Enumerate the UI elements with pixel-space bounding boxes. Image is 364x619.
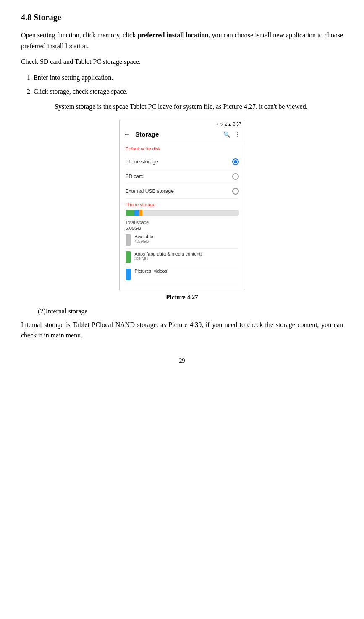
back-arrow-icon[interactable]: ← [124,131,131,138]
legend-available-sub: 4.59GB [135,239,153,244]
legend-available-text: Available 4.59GB [135,234,153,244]
picture-caption: Picture 4.27 [21,294,343,301]
phone-body: Default write disk Phone storage SD card… [120,142,245,290]
para1-bold: preferred install location, [137,32,210,39]
legend-apps: Apps (app data & media content) 338MB [126,251,239,266]
sd-card-option[interactable]: SD card [126,169,239,184]
phone-screenshot: ✦ ▽ ⊿▲ 3:57 ← Storage 🔍 ⋮ Default write … [119,120,245,290]
external-usb-option[interactable]: External USB storage [126,184,239,199]
more-icon[interactable]: ⋮ [235,131,241,138]
legend-apps-title: Apps (app data & media content) [135,251,202,256]
default-write-label: Default write disk [126,146,239,151]
system-storage-desc: System storage is the spcae Tablet PC le… [55,101,343,112]
legend-available-color [126,234,131,246]
external-usb-radio[interactable] [232,188,239,195]
phone-storage-option[interactable]: Phone storage [126,155,239,169]
toolbar-title: Storage [136,131,223,138]
legend-pictures: Pictures, videos [126,269,239,283]
legend-available: Available 4.59GB [126,234,239,249]
total-space-label: Total space [126,220,239,225]
legend-apps-sub: 338MB [135,256,202,261]
legend-apps-text: Apps (app data & media content) 338MB [135,251,202,261]
legend-pictures-text: Pictures, videos [135,269,168,274]
legend-pictures-title: Pictures, videos [135,269,168,274]
legend-apps-color [126,251,131,263]
phone-storage-option-label: Phone storage [126,159,158,165]
intro-para: Open setting function, click memory, cli… [21,30,343,51]
internal-storage-2-label: (2)Internal storage [38,308,343,315]
internal-storage-desc: Internal storage is Tablet PClocal NAND … [21,319,343,341]
external-usb-option-label: External USB storage [126,188,174,194]
list-item-1: Enter into setting application. [34,72,343,83]
bar-pics [134,210,139,216]
para1-text: Open setting function, click memory, cli… [21,32,137,39]
legend-available-title: Available [135,234,153,239]
storage-bar [126,210,239,216]
check-sd-para: Check SD card and Tablet PC storage spac… [21,56,343,67]
page-number: 29 [21,358,343,364]
phone-storage-radio[interactable] [232,158,239,165]
status-bar: ✦ ▽ ⊿▲ 3:57 [120,120,245,127]
phone-toolbar: ← Storage 🔍 ⋮ [120,127,245,142]
search-icon[interactable]: 🔍 [223,131,230,138]
status-icons: ✦ ▽ ⊿▲ 3:57 [215,122,241,126]
list-item-2: Click storage, check storage space. [34,86,343,97]
sd-card-radio[interactable] [232,173,239,180]
phone-storage-section-label: Phone storage [126,202,239,207]
bar-other [139,210,142,216]
total-space-value: 5.05GB [126,226,239,231]
toolbar-icons: 🔍 ⋮ [223,131,241,138]
section-title: 4.8 Storage [21,13,343,22]
main-list: Enter into setting application. Click st… [34,72,343,97]
sd-card-option-label: SD card [126,174,144,179]
legend-pictures-color [126,269,131,280]
bar-apps [126,210,135,216]
